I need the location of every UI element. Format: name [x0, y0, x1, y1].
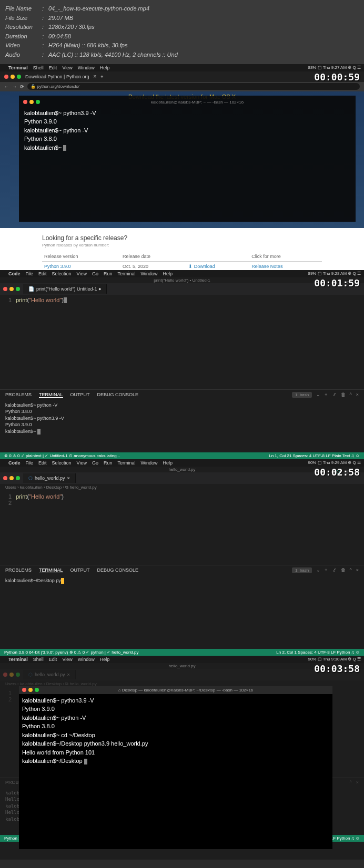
status-right[interactable]: Ln 1, Col 21 Spaces: 4 UTF-8 LF Plain Te…	[269, 453, 360, 458]
window-controls[interactable]	[0, 476, 23, 480]
menu-item[interactable]: Help	[163, 460, 173, 466]
menubar-right[interactable]: 89% ▢ Thu 9:28 AM ⚙ Q ☰	[308, 271, 361, 276]
back-icon[interactable]: ←	[4, 84, 9, 89]
status-bar[interactable]: Python 3.9.0 64-bit ('3.9.0': pyenv) ⊗ 0…	[0, 649, 364, 656]
chevron-down-icon[interactable]: ⌄	[316, 392, 320, 397]
menubar-app[interactable]: Code	[8, 271, 21, 276]
editor-tabs[interactable]: ⬡ hello_world.py × ▷ ⫽ ⋯	[0, 669, 364, 680]
editor-tabs[interactable]: 📄 print("Hello world") Untitled-1 ● ⫽ ⋯	[0, 283, 364, 295]
menu-item[interactable]: Terminal	[117, 271, 135, 276]
menu-item[interactable]: Window	[140, 271, 157, 276]
terminal-panel[interactable]: kalobtaulien$~ python -V Python 3.8.0 ka…	[0, 400, 364, 452]
menu-item[interactable]: Window	[140, 460, 157, 466]
reload-icon[interactable]: ⟳	[20, 84, 24, 89]
status-bar[interactable]: ⊗ 0 ⚠ 0 ✓ plaintext | ✓ Untitled-1 ⊙ ano…	[0, 452, 364, 459]
menu-item[interactable]: Shell	[33, 657, 44, 662]
menubar-right[interactable]: 90% ▢ Thu 9:29 AM ⚙ Q ☰	[308, 460, 361, 465]
panel-tabs[interactable]: PROBLEMS TERMINAL OUTPUT DEBUG CONSOLE 1…	[0, 389, 364, 400]
menu-item[interactable]: View	[77, 271, 87, 276]
browser-urlbar[interactable]: ← → ⟳ 🔒 python.org/downloads/	[0, 82, 364, 91]
panel-tab-terminal[interactable]: TERMINAL	[39, 567, 63, 573]
status-left[interactable]: ⊗ 0 ⚠ 0 ✓ plaintext | ✓ Untitled-1 ⊙ ano…	[4, 453, 120, 458]
close-icon[interactable]: ×	[356, 567, 359, 573]
macos-menubar[interactable]: Code File Edit Selection View Go Run Ter…	[0, 270, 364, 277]
panel-tab-problems[interactable]: PROBLEMS	[5, 392, 32, 397]
maximize-icon[interactable]: ^	[350, 780, 352, 785]
menu-item[interactable]: Help	[100, 657, 110, 662]
editor-tabs[interactable]: ⬡ hello_world.py × ▷ ⫽ ⋯	[0, 472, 364, 484]
split-terminal-icon[interactable]: ⫽	[332, 392, 337, 397]
menubar-app[interactable]: Terminal	[8, 65, 28, 70]
window-controls[interactable]	[0, 673, 23, 677]
browser-tabbar[interactable]: Download Python | Python.org × +	[0, 71, 364, 82]
menu-item[interactable]: File	[26, 460, 34, 466]
menu-item[interactable]: View	[62, 657, 72, 662]
panel-tab-output[interactable]: OUTPUT	[70, 567, 90, 573]
menu-item[interactable]: Go	[92, 460, 98, 466]
window-controls[interactable]	[4, 75, 21, 79]
panel-tab-output[interactable]: OUTPUT	[70, 392, 90, 397]
editor[interactable]: 1 print("Hello world")	[0, 295, 364, 389]
menu-item[interactable]: Selection	[52, 460, 72, 466]
menu-item[interactable]: Shell	[33, 65, 44, 70]
url-field[interactable]: 🔒 python.org/downloads/	[27, 83, 360, 90]
menu-item[interactable]: Terminal	[117, 460, 135, 466]
panel-tab-problems[interactable]: PROBLEMS	[5, 567, 32, 573]
code-area[interactable]: print("Hello world")	[16, 295, 364, 389]
trash-icon[interactable]: 🗑	[341, 392, 346, 397]
menu-item[interactable]: Window	[78, 657, 95, 662]
close-icon[interactable]: ×	[67, 672, 70, 677]
menubar-app[interactable]: Code	[8, 460, 21, 466]
close-icon[interactable]: ×	[67, 476, 70, 481]
close-icon[interactable]: ×	[93, 74, 96, 79]
new-terminal-icon[interactable]: +	[325, 567, 327, 573]
maximize-icon[interactable]: ^	[350, 567, 352, 573]
menu-item[interactable]: Selection	[52, 271, 72, 276]
terminal-body[interactable]: kalobtaulien$~ python3.9 -V Python 3.9.0…	[21, 107, 353, 154]
menubar-app[interactable]: Terminal	[8, 657, 28, 662]
split-terminal-icon[interactable]: ⫽	[332, 567, 337, 573]
browser-tab[interactable]: Download Python | Python.org	[25, 74, 89, 79]
terminal-selector[interactable]: 1: bash	[292, 567, 312, 573]
menu-item[interactable]: Edit	[38, 271, 47, 276]
breadcrumb[interactable]: Users › kalobtaulien › Desktop › ⧉ hello…	[0, 484, 364, 491]
window-controls[interactable]	[22, 688, 39, 692]
panel-tabs[interactable]: PROBLEMS TERMINAL OUTPUT DEBUG CONSOLE 1…	[0, 565, 364, 575]
menubar-right[interactable]: 90% ▢ Thu 9:30 AM ⚙ Q ☰	[308, 657, 361, 662]
menu-item[interactable]: Edit	[49, 657, 57, 662]
terminal-selector[interactable]: 1: bash	[292, 392, 312, 398]
editor-tab[interactable]: ⬡ hello_world.py ×	[23, 473, 76, 483]
chevron-down-icon[interactable]: ⌄	[316, 567, 320, 573]
panel-tab-debug[interactable]: DEBUG CONSOLE	[97, 392, 139, 397]
maximize-icon[interactable]: ^	[350, 392, 352, 397]
window-controls[interactable]	[23, 100, 40, 104]
terminal-body[interactable]: kalobtaulien$~ python3.9 -V Python 3.9.0…	[19, 694, 332, 768]
close-icon[interactable]: ×	[356, 780, 359, 785]
panel-tab-debug[interactable]: DEBUG CONSOLE	[97, 567, 139, 573]
menu-item[interactable]: File	[26, 271, 34, 276]
forward-icon[interactable]: →	[12, 84, 17, 89]
menu-item[interactable]: View	[77, 460, 87, 466]
trash-icon[interactable]: 🗑	[341, 567, 346, 573]
window-controls[interactable]	[0, 287, 23, 291]
menu-item[interactable]: Edit	[38, 460, 47, 466]
status-left[interactable]: Python 3.9.0 64-bit ('3.9.0': pyenv) ⊗ 0…	[4, 650, 139, 655]
editor[interactable]: 1 2 print("Hello world")	[0, 491, 364, 565]
menubar-right[interactable]: 88% ▢ Thu 9:27 AM ⚙ Q ☰	[308, 65, 361, 70]
panel-tab-terminal[interactable]: TERMINAL	[39, 392, 63, 398]
menu-item[interactable]: View	[62, 65, 72, 70]
editor-tab[interactable]: 📄 print("Hello world") Untitled-1 ●	[23, 284, 107, 294]
menu-item[interactable]: Edit	[49, 65, 57, 70]
new-terminal-icon[interactable]: +	[325, 392, 327, 397]
menu-item[interactable]: Window	[78, 65, 95, 70]
menu-item[interactable]: Run	[104, 460, 113, 466]
terminal-window[interactable]: kalobtaulien@Kalobs-MBP: ~ — -bash — 102…	[19, 96, 356, 222]
macos-menubar[interactable]: Terminal Shell Edit View Window Help 90%…	[0, 656, 364, 663]
macos-menubar[interactable]: Terminal Shell Edit View Window Help 88%…	[0, 64, 364, 71]
macos-menubar[interactable]: Code File Edit Selection View Go Run Ter…	[0, 459, 364, 467]
menu-item[interactable]: Help	[100, 65, 110, 70]
new-tab-icon[interactable]: +	[100, 74, 103, 79]
menu-item[interactable]: Run	[104, 271, 113, 276]
close-icon[interactable]: ×	[356, 392, 359, 397]
code-area[interactable]: print("Hello world")	[16, 491, 364, 565]
